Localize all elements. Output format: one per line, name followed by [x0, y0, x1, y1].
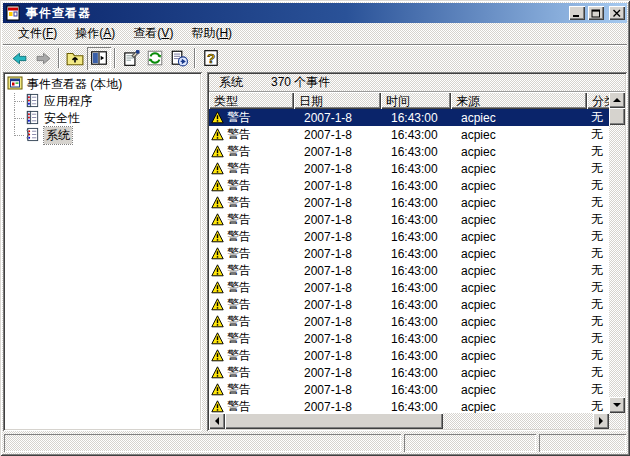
main-area: 事件查看器 (本地) 应用程序 安全性	[3, 71, 627, 431]
banner-event-count: 370 个事件	[271, 74, 330, 91]
event-time-cell: 16:43:00	[381, 196, 451, 210]
status-panel	[539, 434, 626, 452]
console-icon	[7, 75, 23, 94]
up-one-level-icon	[66, 49, 84, 67]
event-row[interactable]: 警告 2007-1-8 16:43:00 acpiec 无	[209, 296, 609, 313]
maximize-icon	[591, 9, 601, 18]
close-button[interactable]	[609, 6, 625, 20]
statusbar	[3, 431, 627, 453]
event-row[interactable]: 警告 2007-1-8 16:43:00 acpiec 无	[209, 347, 609, 364]
horizontal-scroll-thumb[interactable]	[225, 413, 443, 429]
toolbar: ?	[3, 44, 627, 71]
event-row[interactable]: 警告 2007-1-8 16:43:00 acpiec 无	[209, 262, 609, 279]
minimize-button[interactable]	[569, 6, 585, 20]
event-time-cell: 16:43:00	[381, 230, 451, 244]
column-header-source[interactable]: 来源	[451, 92, 587, 109]
tree-item-system[interactable]: 系统	[14, 127, 199, 144]
event-date-cell: 2007-1-8	[294, 298, 381, 312]
menu-help[interactable]: 帮助(H)	[182, 23, 241, 44]
warning-icon	[211, 162, 224, 175]
tree-guide	[14, 93, 24, 110]
event-type-cell: 警告	[209, 313, 294, 330]
event-row[interactable]: 警告 2007-1-8 16:43:00 acpiec 无	[209, 313, 609, 330]
forward-arrow-icon	[35, 50, 52, 67]
event-source-cell: acpiec	[451, 128, 587, 142]
scroll-left-button[interactable]	[209, 413, 225, 429]
event-time-cell: 16:43:00	[381, 264, 451, 278]
event-time-cell: 16:43:00	[381, 332, 451, 346]
menu-action[interactable]: 操作(A)	[66, 23, 124, 44]
event-date-cell: 2007-1-8	[294, 128, 381, 142]
up-one-level-button[interactable]	[63, 47, 87, 70]
help-button[interactable]: ?	[199, 47, 223, 70]
maximize-button[interactable]	[588, 6, 604, 20]
event-date-cell: 2007-1-8	[294, 264, 381, 278]
warning-icon	[211, 213, 224, 226]
event-row[interactable]: 警告 2007-1-8 16:43:00 acpiec 无	[209, 109, 609, 126]
event-row[interactable]: 警告 2007-1-8 16:43:00 acpiec 无	[209, 177, 609, 194]
export-list-icon	[170, 49, 188, 67]
event-time-cell: 16:43:00	[381, 281, 451, 295]
console-tree-pane: 事件查看器 (本地) 应用程序 安全性	[3, 72, 202, 431]
warning-icon	[211, 332, 224, 345]
event-source-cell: acpiec	[451, 162, 587, 176]
tree-item-label: 系统	[44, 127, 72, 144]
warning-icon	[211, 230, 224, 243]
event-row[interactable]: 警告 2007-1-8 16:43:00 acpiec 无	[209, 194, 609, 211]
event-row[interactable]: 警告 2007-1-8 16:43:00 acpiec 无	[209, 160, 609, 177]
tree-guide	[14, 127, 24, 136]
event-row[interactable]: 警告 2007-1-8 16:43:00 acpiec 无	[209, 143, 609, 160]
vertical-scroll-thumb[interactable]	[609, 108, 625, 125]
event-row[interactable]: 警告 2007-1-8 16:43:00 acpiec 无	[209, 228, 609, 245]
warning-icon	[211, 264, 224, 277]
properties-button[interactable]	[119, 47, 143, 70]
event-source-cell: acpiec	[451, 349, 587, 363]
event-row[interactable]: 警告 2007-1-8 16:43:00 acpiec 无	[209, 398, 609, 413]
refresh-button[interactable]	[143, 47, 167, 70]
scroll-down-button[interactable]	[609, 397, 625, 413]
tree-root-label: 事件查看器 (本地)	[27, 76, 122, 93]
event-category-cell: 无	[587, 228, 609, 245]
event-row[interactable]: 警告 2007-1-8 16:43:00 acpiec 无	[209, 330, 609, 347]
column-header-date[interactable]: 日期	[294, 92, 381, 109]
column-header-category[interactable]: 分类	[587, 92, 609, 109]
horizontal-scrollbar[interactable]	[209, 413, 609, 429]
event-row[interactable]: 警告 2007-1-8 16:43:00 acpiec 无	[209, 364, 609, 381]
warning-icon	[211, 179, 224, 192]
tree-item-label: 安全性	[44, 110, 80, 127]
event-category-cell: 无	[587, 279, 609, 296]
show-hide-tree-button[interactable]	[87, 47, 111, 70]
back-button[interactable]	[7, 47, 31, 70]
scroll-right-button[interactable]	[593, 413, 609, 429]
tree-item-security[interactable]: 安全性	[14, 110, 199, 127]
column-header-time[interactable]: 时间	[381, 92, 451, 109]
forward-button[interactable]	[31, 47, 55, 70]
warning-icon	[211, 366, 224, 379]
event-category-cell: 无	[587, 364, 609, 381]
event-row[interactable]: 警告 2007-1-8 16:43:00 acpiec 无	[209, 126, 609, 143]
event-date-cell: 2007-1-8	[294, 145, 381, 159]
toolbar-separator	[194, 48, 196, 68]
event-type-cell: 警告	[209, 160, 294, 177]
event-date-cell: 2007-1-8	[294, 315, 381, 329]
vertical-scrollbar[interactable]	[609, 92, 625, 413]
event-type-cell: 警告	[209, 143, 294, 160]
event-time-cell: 16:43:00	[381, 213, 451, 227]
event-date-cell: 2007-1-8	[294, 162, 381, 176]
event-viewer-window: 事件查看器 文件(F) 操作(A) 查看(V) 帮助(H)	[0, 0, 630, 456]
event-row[interactable]: 警告 2007-1-8 16:43:00 acpiec 无	[209, 211, 609, 228]
menu-view[interactable]: 查看(V)	[124, 23, 182, 44]
event-row[interactable]: 警告 2007-1-8 16:43:00 acpiec 无	[209, 245, 609, 262]
event-row[interactable]: 警告 2007-1-8 16:43:00 acpiec 无	[209, 381, 609, 398]
column-header-type[interactable]: 类型	[209, 92, 294, 109]
event-date-cell: 2007-1-8	[294, 111, 381, 125]
export-list-button[interactable]	[167, 47, 191, 70]
event-log-icon	[25, 127, 40, 145]
menu-file[interactable]: 文件(F)	[9, 23, 66, 44]
event-type-cell: 警告	[209, 194, 294, 211]
scroll-up-button[interactable]	[609, 92, 625, 108]
tree-item-application[interactable]: 应用程序	[14, 93, 199, 110]
event-type-cell: 警告	[209, 126, 294, 143]
event-row[interactable]: 警告 2007-1-8 16:43:00 acpiec 无	[209, 279, 609, 296]
tree-root-event-viewer[interactable]: 事件查看器 (本地)	[6, 76, 199, 93]
